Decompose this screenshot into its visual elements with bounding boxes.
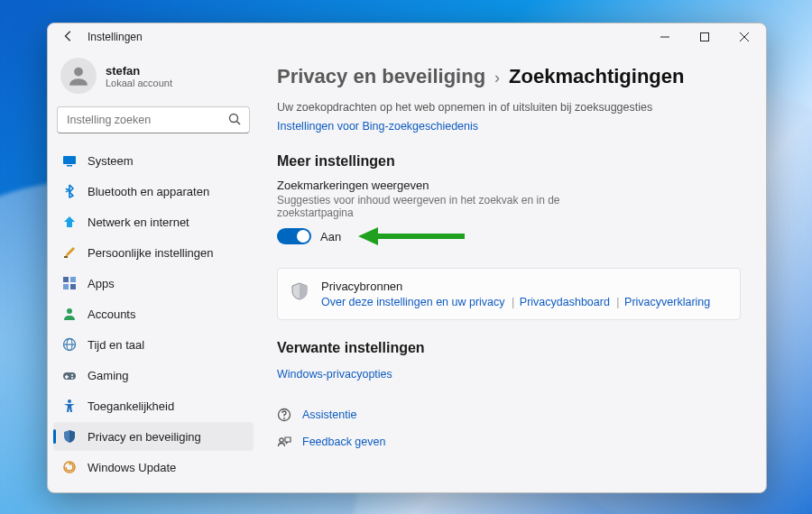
window-controls (645, 24, 764, 50)
help-label: Assistentie (302, 408, 356, 421)
bing-history-link[interactable]: Instellingen voor Bing-zoekgeschiedenis (277, 120, 478, 133)
privacy-resources-card: Privacybronnen Over deze instellingen en… (277, 268, 741, 320)
update-icon (62, 460, 77, 474)
search-input[interactable] (57, 106, 250, 133)
globe-icon (62, 337, 77, 352)
intro-text: Uw zoekopdrachten op het web opnemen in … (277, 101, 656, 114)
nav-item-label: Systeem (88, 154, 134, 168)
nav-item-label: Apps (88, 277, 115, 290)
help-link[interactable]: Assistentie (277, 401, 741, 428)
footer-links: Assistentie Feedback geven (277, 401, 741, 455)
nav-item-globe[interactable]: Tijd en taal (53, 330, 254, 359)
chevron-right-icon: › (494, 69, 500, 87)
svg-rect-24 (701, 33, 709, 41)
settings-window: Instellingen stefan Lokaal account (47, 23, 767, 493)
search-icon (228, 113, 241, 125)
avatar (60, 58, 97, 94)
svg-point-25 (74, 68, 83, 77)
app-title: Instellingen (88, 31, 143, 43)
feedback-link[interactable]: Feedback geven (277, 428, 741, 455)
nav-item-label: Privacy en beveiliging (88, 430, 201, 444)
nav-item-brush[interactable]: Persoonlijke instellingen (53, 238, 254, 267)
nav-item-label: Accounts (88, 307, 135, 321)
feedback-label: Feedback geven (302, 436, 385, 448)
windows-privacy-options-link[interactable]: Windows-privacyopties (277, 368, 392, 381)
account-name: stefan (106, 64, 172, 78)
setting-title: Zoekmarkeringen weergeven (277, 179, 741, 192)
nav-item-wifi[interactable]: Netwerk en internet (53, 207, 254, 236)
system-icon (62, 153, 77, 168)
nav-list: SysteemBluetooth en apparatenNetwerk en … (48, 142, 259, 492)
main-content: Privacy en beveiliging › Zoekmachtiginge… (259, 50, 766, 492)
annotation-arrow-icon (358, 223, 466, 250)
privacy-statement-link[interactable]: Privacyverklaring (624, 296, 710, 308)
svg-marker-27 (358, 227, 378, 245)
maximize-button[interactable] (685, 24, 724, 50)
nav-item-label: Persoonlijke instellingen (88, 246, 213, 260)
nav-item-system[interactable]: Systeem (53, 146, 254, 175)
shield-icon (291, 281, 309, 301)
section-related: Verwante instellingen (277, 340, 741, 356)
sidebar: stefan Lokaal account SysteemBluetooth e… (48, 50, 259, 492)
gaming-icon (62, 368, 77, 382)
section-more-settings: Meer instellingen (277, 153, 741, 170)
close-button[interactable] (724, 24, 764, 50)
accessibility-icon (62, 399, 77, 413)
nav-item-label: Gaming (88, 369, 129, 382)
nav-item-label: Bluetooth en apparaten (88, 185, 209, 198)
search-box (57, 106, 250, 133)
card-links: Over deze instellingen en uw privacy | P… (321, 296, 712, 308)
nav-item-accessibility[interactable]: Toegankelijkheid (53, 391, 254, 420)
card-title: Privacybronnen (321, 280, 712, 293)
account-block[interactable]: stefan Lokaal account (48, 58, 259, 106)
nav-item-shield[interactable]: Privacy en beveiliging (53, 422, 254, 451)
minimize-button[interactable] (645, 24, 685, 50)
person-icon (62, 307, 77, 321)
nav-item-person[interactable]: Accounts (53, 299, 254, 328)
breadcrumb-current: Zoekmachtigingen (509, 65, 684, 88)
wifi-icon (62, 215, 77, 229)
search-highlights-toggle[interactable] (277, 228, 311, 244)
apps-icon (62, 276, 77, 290)
nav-item-label: Toegankelijkheid (88, 399, 174, 413)
nav-item-label: Netwerk en internet (88, 216, 189, 229)
setting-subtitle: Suggesties voor inhoud weergeven in het … (277, 194, 620, 219)
breadcrumb-parent[interactable]: Privacy en beveiliging (277, 65, 485, 88)
back-button[interactable] (60, 30, 77, 45)
account-type: Lokaal account (106, 78, 172, 88)
shield-icon (62, 429, 77, 444)
bluetooth-icon (62, 184, 77, 198)
privacy-about-link[interactable]: Over deze instellingen en uw privacy (321, 296, 505, 308)
nav-item-update[interactable]: Windows Update (53, 453, 254, 482)
toggle-knob (297, 230, 309, 243)
toggle-state-label: Aan (320, 230, 341, 243)
nav-item-label: Windows Update (88, 461, 176, 474)
brush-icon (62, 245, 77, 260)
help-icon (277, 408, 291, 422)
nav-item-gaming[interactable]: Gaming (53, 361, 254, 390)
breadcrumb: Privacy en beveiliging › Zoekmachtiginge… (277, 65, 741, 88)
titlebar: Instellingen (48, 23, 766, 50)
nav-item-label: Tijd en taal (88, 338, 144, 352)
feedback-icon (277, 435, 291, 449)
privacy-dashboard-link[interactable]: Privacydashboard (520, 296, 610, 308)
nav-item-bluetooth[interactable]: Bluetooth en apparaten (53, 177, 254, 206)
nav-item-apps[interactable]: Apps (53, 269, 254, 298)
